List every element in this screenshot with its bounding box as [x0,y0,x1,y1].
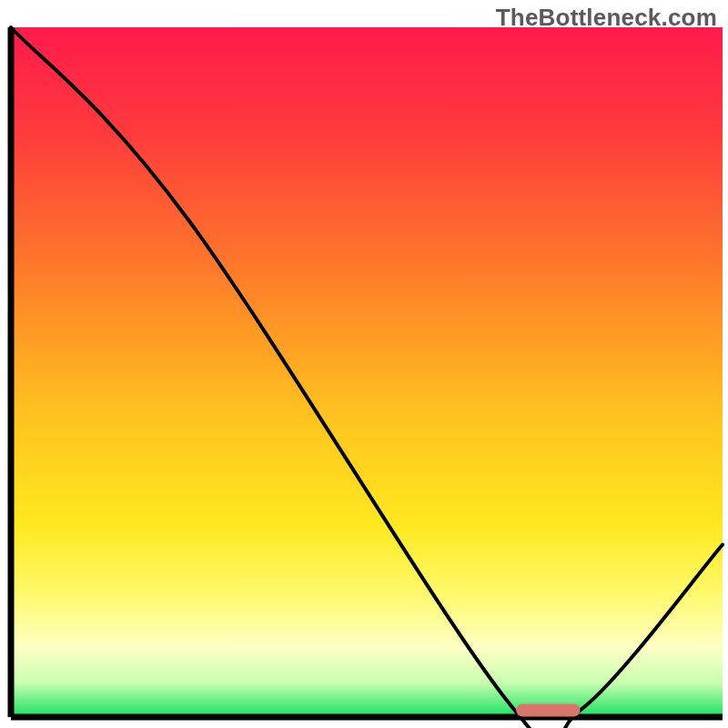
bottleneck-chart: TheBottleneck.com [0,0,728,728]
chart-svg [0,0,728,728]
optimum-marker [516,703,580,716]
watermark-text: TheBottleneck.com [496,4,717,32]
